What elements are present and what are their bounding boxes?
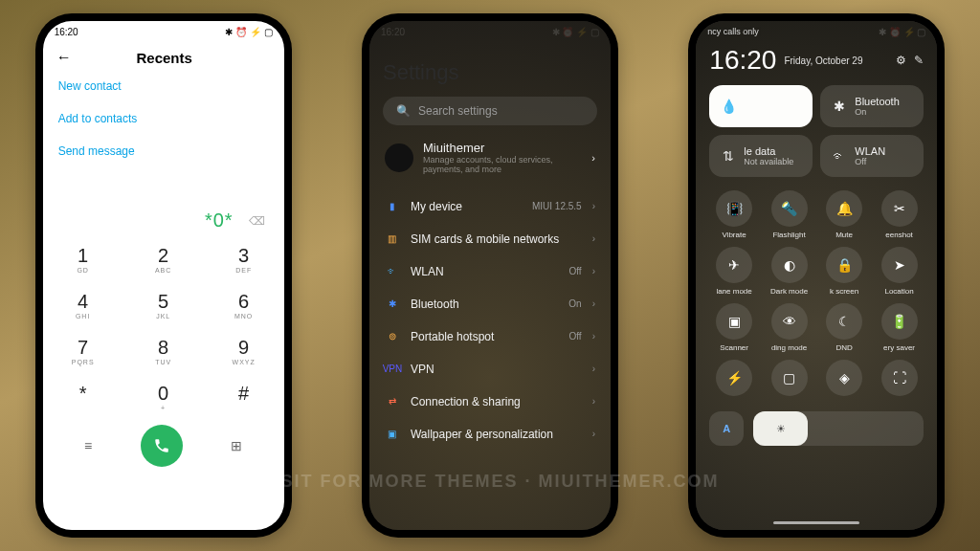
settings-row[interactable]: ▥SIM cards & mobile networks› <box>383 223 597 255</box>
brightness-slider[interactable]: ☀ <box>753 411 924 446</box>
carrier-label: ncy calls only <box>707 27 759 37</box>
quick-toggle[interactable]: ✈lane mode <box>709 247 759 296</box>
keypad: 1GD2ABC3DEF4GHI5JKL6MNO7PQRS8TUV9WXYZ*0+… <box>43 235 284 419</box>
add-to-contacts-link[interactable]: Add to contacts <box>56 102 271 135</box>
settings-row[interactable]: VPNVPN› <box>383 353 597 386</box>
quick-toggle[interactable]: 🔔Mute <box>819 190 869 239</box>
account-name: Miuithemer <box>423 141 582 155</box>
row-label: WLAN <box>411 265 559 278</box>
quick-icon: 📳 <box>716 190 752 227</box>
quick-icon: ▣ <box>716 303 752 340</box>
row-label: Wallpaper & personalization <box>411 428 571 441</box>
nav-bar[interactable] <box>773 521 859 524</box>
quick-toggle[interactable]: ⛶ <box>875 360 924 400</box>
quick-toggle[interactable]: ☾DND <box>819 303 869 352</box>
tile-title: WLAN <box>855 145 885 158</box>
quick-toggle[interactable]: 🔋ery saver <box>875 303 924 352</box>
tile-sub: Not available <box>744 157 793 166</box>
tile-icon: 💧 <box>721 99 736 114</box>
key-9[interactable]: 9WXYZ <box>204 327 284 373</box>
settings-row[interactable]: ✱BluetoothOn› <box>383 288 597 320</box>
settings-row[interactable]: ᯤWLANOff› <box>383 255 597 288</box>
key-1[interactable]: 1GD <box>43 235 123 281</box>
tile-sub: On <box>855 107 899 117</box>
quick-toggle[interactable]: 🔒k screen <box>819 247 869 296</box>
quick-icon: ▢ <box>771 360 808 396</box>
menu-icon[interactable]: ≡ <box>84 438 92 453</box>
row-icon: ▣ <box>385 427 400 442</box>
status-time: 16:20 <box>55 27 78 37</box>
page-title: Settings <box>383 60 597 85</box>
key-6[interactable]: 6MNO <box>204 281 284 327</box>
settings-row[interactable]: ▣Wallpaper & personalization› <box>383 418 597 451</box>
key-2[interactable]: 2ABC <box>123 235 204 281</box>
row-icon: ⊚ <box>385 329 400 344</box>
settings-icon[interactable]: ⚙ <box>896 54 906 67</box>
account-row[interactable]: Miuithemer Manage accounts, cloud servic… <box>383 125 597 190</box>
tile-wlan[interactable]: ᯤWLANOff <box>820 135 924 177</box>
status-time: 16:20 <box>381 27 405 37</box>
quick-icon: 🔔 <box>826 190 862 227</box>
phone-mockup-control-center: ncy calls only ✱ ⏰ ⚡ ▢ 16:20 Friday, Oct… <box>688 13 945 538</box>
quick-toggle[interactable]: ▣Scanner <box>709 303 759 352</box>
quick-label: Flashlight <box>772 231 805 239</box>
quick-label: ding mode <box>771 343 807 352</box>
key-3[interactable]: 3DEF <box>204 235 284 281</box>
quick-toggle[interactable]: 📳Vibrate <box>709 190 759 239</box>
quick-icon: 👁 <box>771 303 808 340</box>
row-icon: ⇄ <box>385 394 400 409</box>
new-contact-link[interactable]: New contact <box>56 70 271 102</box>
date: Friday, October 29 <box>784 55 888 66</box>
row-label: Connection & sharing <box>411 395 571 408</box>
quick-toggle[interactable]: 👁ding mode <box>765 303 814 352</box>
key-0[interactable]: 0+ <box>123 373 204 419</box>
status-bar: ncy calls only ✱ ⏰ ⚡ ▢ <box>696 21 937 39</box>
search-input[interactable]: 🔍 Search settings <box>383 97 597 125</box>
back-icon[interactable]: ← <box>56 49 72 66</box>
tile-bluetooth[interactable]: ✱BluetoothOn <box>820 85 924 127</box>
row-icon: ✱ <box>385 297 400 312</box>
quick-toggle[interactable]: ➤Location <box>875 247 924 296</box>
status-bar: 16:20 ✱ ⏰ ⚡ ▢ <box>369 21 611 39</box>
quick-icon: 🔒 <box>826 247 862 283</box>
key-4[interactable]: 4GHI <box>43 281 123 327</box>
tile-title: Bluetooth <box>855 96 899 108</box>
chevron-right-icon: › <box>592 298 595 309</box>
quick-toggle[interactable]: ⚡ <box>709 360 759 400</box>
search-placeholder: Search settings <box>418 104 498 118</box>
chevron-right-icon: › <box>591 152 595 164</box>
quick-toggle[interactable]: 🔦Flashlight <box>765 190 814 239</box>
key-*[interactable]: * <box>43 373 123 419</box>
dialpad-toggle-icon[interactable]: ⊞ <box>231 438 242 453</box>
row-icon: ᯤ <box>385 264 400 279</box>
quick-label: DND <box>835 343 852 352</box>
quick-label: Mute <box>835 231 853 239</box>
quick-label: Scanner <box>720 343 748 352</box>
avatar <box>385 143 413 172</box>
status-icons: ✱ ⏰ ⚡ ▢ <box>225 27 272 37</box>
quick-toggle[interactable]: ▢ <box>765 360 814 400</box>
key-5[interactable]: 5JKL <box>123 281 204 327</box>
quick-icon: 🔋 <box>881 303 918 340</box>
send-message-link[interactable]: Send message <box>56 135 271 167</box>
call-button[interactable] <box>141 425 183 467</box>
quick-label: ery saver <box>883 343 915 352</box>
key-7[interactable]: 7PQRS <box>43 327 123 373</box>
edit-icon[interactable]: ✎ <box>914 54 924 67</box>
tile-toggle[interactable]: 💧 <box>709 85 813 127</box>
settings-row[interactable]: ⊚Portable hotspotOff› <box>383 320 597 353</box>
tile-icon: ᯤ <box>832 148 847 164</box>
status-bar: 16:20 ✱ ⏰ ⚡ ▢ <box>43 21 284 39</box>
settings-row[interactable]: ⇄Connection & sharing› <box>383 386 597 418</box>
auto-brightness-toggle[interactable]: A <box>709 411 744 446</box>
settings-row[interactable]: ▮My deviceMIUI 12.5.5› <box>383 190 597 223</box>
phone-mockup-settings: 16:20 ✱ ⏰ ⚡ ▢ Settings 🔍 Search settings… <box>362 13 618 538</box>
quick-toggle[interactable]: ◈ <box>819 360 869 400</box>
backspace-icon[interactable]: ⌫ <box>249 214 265 228</box>
key-8[interactable]: 8TUV <box>123 327 204 373</box>
clock: 16:20 <box>709 45 776 76</box>
quick-toggle[interactable]: ✂eenshot <box>875 190 924 239</box>
quick-toggle[interactable]: ◐Dark mode <box>765 247 814 296</box>
key-#[interactable]: # <box>204 373 284 419</box>
tile-le data[interactable]: ⇅le dataNot available <box>709 135 813 177</box>
